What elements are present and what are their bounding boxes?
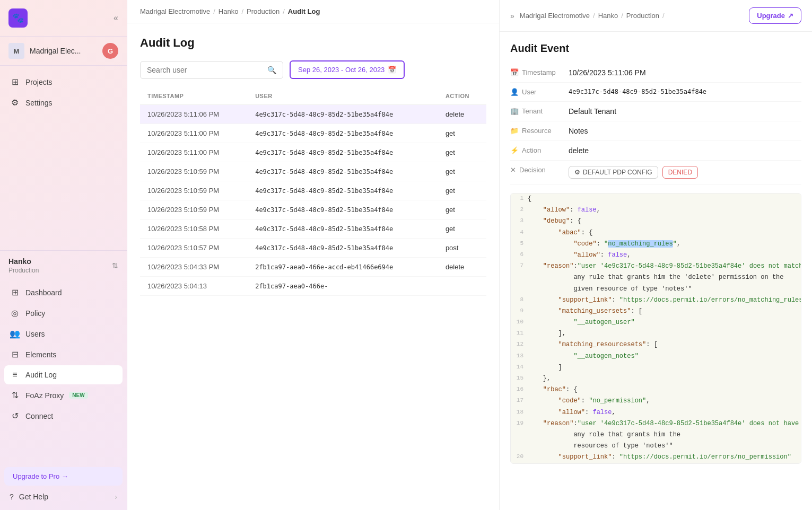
resource-value: Notes: [569, 127, 801, 135]
sidebar: 🐾 « M Madrigal Elec... G ⊞ Projects ⚙ Se…: [0, 0, 127, 510]
expand-icon: »: [510, 12, 514, 20]
sidebar-item-connect[interactable]: ↺ Connect: [4, 406, 123, 426]
code-line: 2 "allow": false,: [511, 205, 801, 216]
sidebar-item-users[interactable]: 👥 Users: [4, 324, 123, 344]
toolbar: 🔍 Sep 26, 2023 - Oct 26, 2023 📅: [140, 60, 486, 79]
org-name: Madrigal Elec...: [30, 47, 97, 55]
code-line: 1 {: [511, 194, 801, 205]
user-icon: 👤: [510, 88, 519, 96]
cell-user: 2fb1ca97-aea0-466e-: [248, 277, 438, 296]
event-tenant-row: 🏢 Tenant Default Tenant: [510, 102, 801, 121]
table-row[interactable]: 10/26/2023 5:04:13 2fb1ca97-aea0-466e-: [140, 277, 486, 296]
cell-timestamp: 10/26/2023 5:10:59 PM: [140, 200, 248, 219]
rp-title: Audit Event: [500, 32, 812, 63]
env-chevron-icon: ⇅: [112, 261, 118, 270]
breadcrumb-org[interactable]: Madrigal Electromotive: [140, 7, 210, 15]
cell-timestamp: 10/26/2023 5:04:13: [140, 277, 248, 296]
cell-action: [438, 277, 486, 296]
code-line: 12 "matching_resourcesets": [: [511, 339, 801, 350]
code-line: 17 "code": "no_permission",: [511, 395, 801, 407]
external-link-icon: ↗: [788, 12, 793, 20]
foaz-proxy-icon: ⇅: [10, 390, 20, 400]
rp-breadcrumb-project[interactable]: Hanko: [598, 12, 618, 20]
code-line: 15 },: [511, 373, 801, 384]
cell-action: get: [438, 181, 486, 200]
sidebar-item-policy[interactable]: ◎ Policy: [4, 303, 123, 323]
event-timestamp-row: 📅 Timestamp 10/26/2023 5:11:06 PM: [510, 63, 801, 83]
code-line: 3 "debug": {: [511, 216, 801, 227]
sidebar-item-get-help[interactable]: ? Get Help ›: [4, 488, 123, 506]
upgrade-button[interactable]: Upgrade ↗: [749, 7, 801, 24]
code-line: 5 "code": "no_matching_rules",: [511, 239, 801, 250]
pdp-label: DEFAULT PDP CONFIG: [583, 169, 652, 176]
cell-timestamp: 10/26/2023 5:10:59 PM: [140, 181, 248, 200]
sidebar-bottom: Upgrade to Pro → ? Get Help ›: [0, 461, 127, 510]
org-selector[interactable]: M Madrigal Elec... G: [0, 37, 127, 66]
cell-timestamp: 10/26/2023 5:11:06 PM: [140, 105, 248, 124]
rp-breadcrumb-env[interactable]: Production: [626, 12, 659, 20]
env-section: Hanko Production ⇅: [0, 250, 127, 276]
cell-user: 4e9c317c-5d48-48c9-85d2-51be35a4f84e: [248, 181, 438, 200]
policy-icon: ◎: [10, 308, 20, 318]
action-value: delete: [569, 146, 801, 155]
dashboard-icon: ⊞: [10, 287, 20, 297]
dashboard-label: Dashboard: [25, 288, 62, 297]
code-line: 18 "allow": false,: [511, 407, 801, 418]
env-selector[interactable]: Hanko Production ⇅: [8, 257, 118, 274]
event-user-row: 👤 User 4e9c317c-5d48-48c9-85d2-51be35a4f…: [510, 83, 801, 102]
table-row[interactable]: 10/26/2023 5:10:59 PM 4e9c317c-5d48-48c9…: [140, 181, 486, 200]
sidebar-item-audit-log[interactable]: ≡ Audit Log: [4, 365, 123, 384]
table-row[interactable]: 10/26/2023 5:10:58 PM 4e9c317c-5d48-48c9…: [140, 219, 486, 239]
elements-icon: ⊟: [10, 349, 20, 359]
cell-user: 4e9c317c-5d48-48c9-85d2-51be35a4f84e: [248, 239, 438, 258]
sidebar-item-elements[interactable]: ⊟ Elements: [4, 345, 123, 364]
settings-icon: ⚙: [10, 98, 20, 108]
cell-user: 4e9c317c-5d48-48c9-85d2-51be35a4f84e: [248, 162, 438, 181]
env-name: Hanko: [8, 257, 39, 266]
breadcrumb-project[interactable]: Hanko: [219, 7, 239, 15]
breadcrumb-env[interactable]: Production: [247, 7, 280, 15]
search-input[interactable]: [147, 66, 263, 74]
event-resource-row: 📁 Resource Notes: [510, 121, 801, 141]
projects-label: Projects: [25, 78, 53, 86]
action-label: Action: [522, 146, 541, 154]
table-row[interactable]: 10/26/2023 5:10:59 PM 4e9c317c-5d48-48c9…: [140, 162, 486, 181]
json-code-block[interactable]: 1 { 2 "allow": false, 3 "debug": { 4 "ab…: [510, 193, 801, 464]
sidebar-header: 🐾 «: [0, 0, 127, 37]
code-line: any rule that grants him the 'delete' pe…: [511, 272, 801, 283]
event-decision-row: ✕ Decision ⚙ DEFAULT PDP CONFIG DENIED: [510, 161, 801, 184]
calendar-icon: 📅: [388, 66, 396, 74]
sidebar-item-projects[interactable]: ⊞ Projects: [4, 72, 123, 92]
date-range-label: Sep 26, 2023 - Oct 26, 2023: [298, 66, 385, 74]
timestamp-value: 10/26/2023 5:11:06 PM: [569, 68, 801, 77]
table-row[interactable]: 10/26/2023 5:11:00 PM 4e9c317c-5d48-48c9…: [140, 143, 486, 162]
sidebar-item-dashboard[interactable]: ⊞ Dashboard: [4, 283, 123, 302]
default-pdp-tag[interactable]: ⚙ DEFAULT PDP CONFIG: [569, 166, 658, 179]
table-row[interactable]: 10/26/2023 5:10:59 PM 4e9c317c-5d48-48c9…: [140, 200, 486, 219]
collapse-button[interactable]: «: [113, 13, 118, 23]
table-row[interactable]: 10/26/2023 5:11:00 PM 4e9c317c-5d48-48c9…: [140, 124, 486, 143]
table-row[interactable]: 10/26/2023 5:10:57 PM 4e9c317c-5d48-48c9…: [140, 239, 486, 258]
app-logo: 🐾: [8, 8, 28, 28]
code-line: 16 "rbac": {: [511, 384, 801, 395]
cell-action: get: [438, 162, 486, 181]
rp-breadcrumb-org[interactable]: Madrigal Electromotive: [520, 12, 590, 20]
get-help-label: Get Help: [19, 493, 48, 501]
date-range-button[interactable]: Sep 26, 2023 - Oct 26, 2023 📅: [290, 60, 405, 79]
cell-action: get: [438, 219, 486, 239]
audit-log-table: TIMESTAMP USER ACTION 10/26/2023 5:11:06…: [140, 87, 486, 296]
table-row[interactable]: 10/26/2023 5:04:33 PM 2fb1ca97-aea0-466e…: [140, 258, 486, 277]
tenant-label: Tenant: [522, 107, 543, 115]
table-row[interactable]: 10/26/2023 5:11:06 PM 4e9c317c-5d48-48c9…: [140, 105, 486, 124]
sidebar-item-foaz-proxy[interactable]: ⇅ FoAz Proxy NEW: [4, 385, 123, 405]
sidebar-item-settings[interactable]: ⚙ Settings: [4, 93, 123, 112]
upgrade-to-pro-button[interactable]: Upgrade to Pro →: [4, 467, 123, 486]
rp-breadcrumb: » Madrigal Electromotive / Hanko / Produ…: [500, 0, 812, 32]
right-panel: » Madrigal Electromotive / Hanko / Produ…: [499, 0, 812, 510]
col-action: ACTION: [438, 87, 486, 105]
pdp-icon: ⚙: [574, 169, 580, 176]
code-line: resources of type 'notes'": [511, 441, 801, 452]
code-line: 20 "support_link": "https://docs.permit.…: [511, 452, 801, 463]
cell-user: 4e9c317c-5d48-48c9-85d2-51be35a4f84e: [248, 219, 438, 239]
audit-log-icon: ≡: [10, 370, 20, 380]
